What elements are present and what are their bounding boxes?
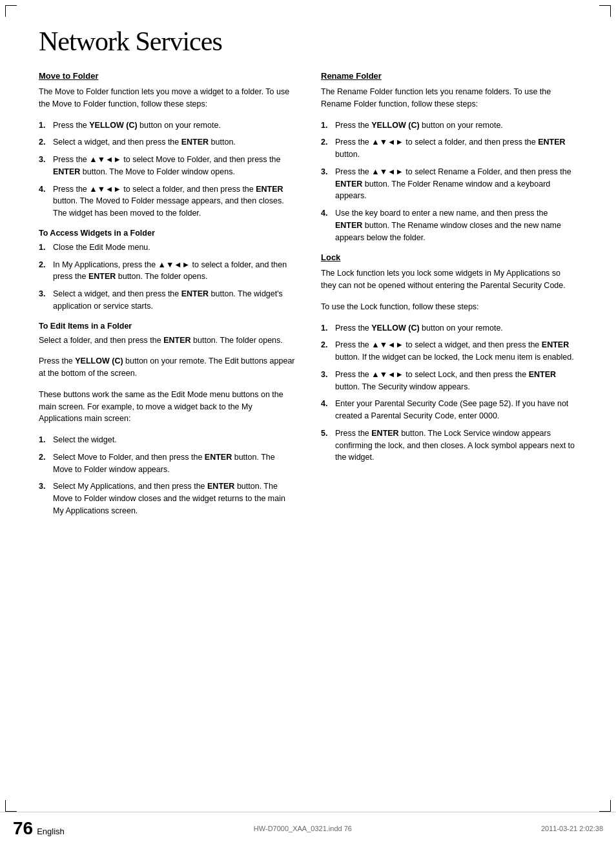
- step-number: 4.: [321, 207, 335, 220]
- access-widgets-steps: 1. Close the Edit Mode menu. 2. In My Ap…: [39, 242, 295, 313]
- page-container: Network Services Move to Folder The Move…: [0, 0, 616, 844]
- move-to-folder-intro: The Move to Folder function lets you mov…: [39, 86, 295, 110]
- step-number: 1.: [39, 242, 53, 254]
- step-number: 1.: [39, 434, 53, 446]
- edit-items-heading: To Edit Items in a Folder: [39, 322, 295, 331]
- step-text: Select Move to Folder, and then press th…: [53, 451, 295, 476]
- step-number: 3.: [39, 154, 53, 166]
- step-text: In My Applications, press the ▲▼◄► to se…: [53, 259, 295, 283]
- step-number: 3.: [39, 480, 53, 493]
- step-text: Press the YELLOW (C) button on your remo…: [53, 119, 295, 132]
- rename-folder-steps: 1. Press the YELLOW (C) button on your r…: [321, 119, 577, 244]
- list-item: 2. Press the ▲▼◄► to select a folder, an…: [321, 136, 577, 161]
- access-widgets-heading: To Access Widgets in a Folder: [39, 229, 295, 238]
- lock-heading: Lock: [321, 252, 577, 262]
- right-column: Rename Folder The Rename Folder function…: [321, 71, 577, 526]
- list-item: 3. Press the ▲▼◄► to select Lock, and th…: [321, 369, 577, 393]
- edit-items-body1: Select a folder, and then press the ENTE…: [39, 335, 295, 347]
- step-number: 4.: [321, 398, 335, 410]
- edit-items-body3: These buttons work the same as the Edit …: [39, 389, 295, 425]
- step-text: Press the YELLOW (C) button on your remo…: [335, 119, 577, 132]
- step-text: Press the ▲▼◄► to select a folder, and t…: [335, 136, 577, 161]
- step-text: Press the ▲▼◄► to select a widget, and t…: [335, 339, 577, 364]
- list-item: 3. Select My Applications, and then pres…: [39, 480, 295, 517]
- list-item: 1. Press the YELLOW (C) button on your r…: [321, 119, 577, 132]
- corner-mark-tl: [5, 5, 17, 17]
- step-text: Select a widget, and then press the ENTE…: [53, 136, 295, 149]
- step-number: 3.: [39, 288, 53, 300]
- list-item: 1. Select the widget.: [39, 434, 295, 446]
- step-number: 1.: [321, 119, 335, 132]
- move-to-folder-steps: 1. Press the YELLOW (C) button on your r…: [39, 119, 295, 220]
- list-item: 2. In My Applications, press the ▲▼◄► to…: [39, 259, 295, 283]
- left-column: Move to Folder The Move to Folder functi…: [39, 71, 295, 526]
- page-language: English: [37, 827, 65, 836]
- step-number: 2.: [321, 136, 335, 149]
- step-number: 3.: [321, 369, 335, 381]
- list-item: 3. Press the ▲▼◄► to select Rename a Fol…: [321, 166, 577, 202]
- step-text: Select the widget.: [53, 434, 295, 446]
- rename-folder-intro: The Rename Folder function lets you rena…: [321, 86, 577, 110]
- list-item: 2. Press the ▲▼◄► to select a widget, an…: [321, 339, 577, 364]
- step-text: Select My Applications, and then press t…: [53, 480, 295, 517]
- step-text: Press the YELLOW (C) button on your remo…: [335, 322, 577, 335]
- step-number: 2.: [321, 339, 335, 351]
- list-item: 4. Press the ▲▼◄► to select a folder, an…: [39, 183, 295, 220]
- step-text: Press the ▲▼◄► to select a folder, and t…: [53, 183, 295, 220]
- step-text: Press the ▲▼◄► to select Move to Folder,…: [53, 154, 295, 178]
- step-text: Use the key board to enter a new name, a…: [335, 207, 577, 243]
- list-item: 3. Press the ▲▼◄► to select Move to Fold…: [39, 154, 295, 178]
- step-text: Press the ENTER button. The Lock Service…: [335, 427, 577, 464]
- step-text: Select a widget, and then press the ENTE…: [53, 288, 295, 313]
- step-text: Close the Edit Mode menu.: [53, 242, 295, 254]
- list-item: 4. Enter your Parental Security Code (Se…: [321, 398, 577, 422]
- step-number: 1.: [39, 119, 53, 132]
- step-number: 1.: [321, 322, 335, 335]
- content-columns: Move to Folder The Move to Folder functi…: [39, 71, 577, 526]
- corner-mark-br: [599, 800, 611, 812]
- lock-steps: 1. Press the YELLOW (C) button on your r…: [321, 322, 577, 464]
- lock-intro2: To use the Lock function, follow these s…: [321, 301, 577, 313]
- step-number: 3.: [321, 166, 335, 178]
- step-text: Press the ▲▼◄► to select Rename a Folder…: [335, 166, 577, 202]
- lock-intro1: The Lock function lets you lock some wid…: [321, 267, 577, 292]
- page-number: 76: [13, 818, 33, 839]
- edit-items-steps: 1. Select the widget. 2. Select Move to …: [39, 434, 295, 517]
- list-item: 2. Select a widget, and then press the E…: [39, 136, 295, 149]
- list-item: 1. Press the YELLOW (C) button on your r…: [321, 322, 577, 335]
- footer-right-text: 2011-03-21 2:02:38: [541, 825, 603, 832]
- list-item: 5. Press the ENTER button. The Lock Serv…: [321, 427, 577, 464]
- footer-bar: 76 English HW-D7000_XAA_0321.indd 76 201…: [0, 812, 616, 844]
- list-item: 1. Press the YELLOW (C) button on your r…: [39, 119, 295, 132]
- step-number: 5.: [321, 427, 335, 440]
- list-item: 3. Select a widget, and then press the E…: [39, 288, 295, 313]
- list-item: 4. Use the key board to enter a new name…: [321, 207, 577, 243]
- page-title: Network Services: [39, 19, 577, 57]
- step-text: Enter your Parental Security Code (See p…: [335, 398, 577, 422]
- move-to-folder-heading: Move to Folder: [39, 71, 295, 81]
- step-number: 4.: [39, 183, 53, 196]
- list-item: 2. Select Move to Folder, and then press…: [39, 451, 295, 476]
- list-item: 1. Close the Edit Mode menu.: [39, 242, 295, 254]
- rename-folder-heading: Rename Folder: [321, 71, 577, 81]
- corner-mark-bl: [5, 800, 17, 812]
- step-number: 2.: [39, 451, 53, 464]
- page-number-box: 76 English: [13, 818, 65, 839]
- step-text: Press the ▲▼◄► to select Lock, and then …: [335, 369, 577, 393]
- edit-items-body2: Press the YELLOW (C) button on your remo…: [39, 355, 295, 380]
- step-number: 2.: [39, 136, 53, 149]
- corner-mark-tr: [599, 5, 611, 17]
- step-number: 2.: [39, 259, 53, 271]
- footer-left-text: HW-D7000_XAA_0321.indd 76: [254, 825, 352, 832]
